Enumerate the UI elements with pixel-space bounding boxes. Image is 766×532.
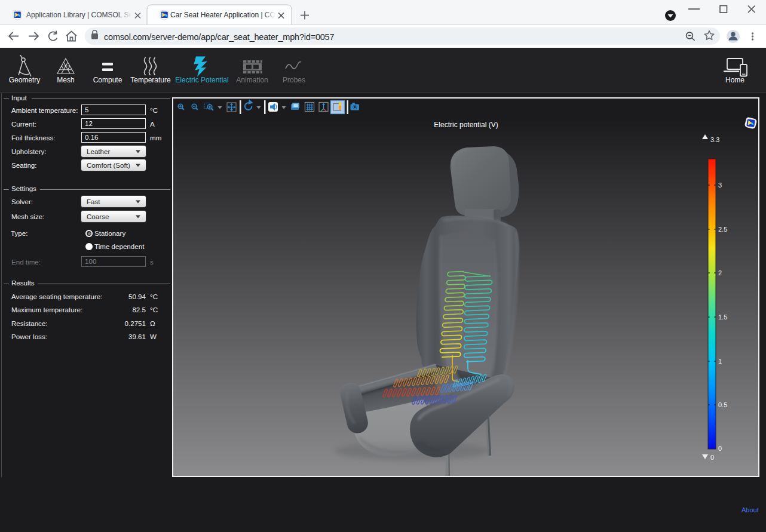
svg-text:0: 0	[718, 445, 722, 452]
svg-text:0.5: 0.5	[718, 401, 727, 408]
svg-text:3.3: 3.3	[710, 136, 719, 143]
svg-text:1.5: 1.5	[718, 313, 727, 321]
svg-text:2.5: 2.5	[718, 226, 727, 233]
svg-text:3: 3	[718, 182, 722, 189]
svg-text:Electric potential (V): Electric potential (V)	[434, 121, 498, 129]
svg-text:2: 2	[718, 269, 722, 276]
svg-text:1: 1	[718, 358, 722, 365]
svg-text:0: 0	[710, 454, 714, 461]
